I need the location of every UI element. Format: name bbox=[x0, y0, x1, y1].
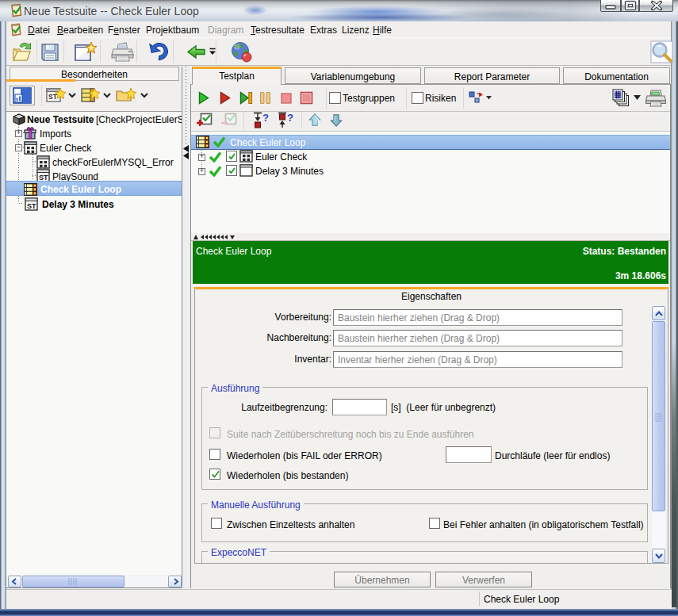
svg-text:?: ? bbox=[262, 112, 269, 124]
svg-text:ST: ST bbox=[27, 202, 36, 210]
svg-text:ST: ST bbox=[48, 93, 58, 101]
svg-text:?: ? bbox=[287, 112, 293, 124]
